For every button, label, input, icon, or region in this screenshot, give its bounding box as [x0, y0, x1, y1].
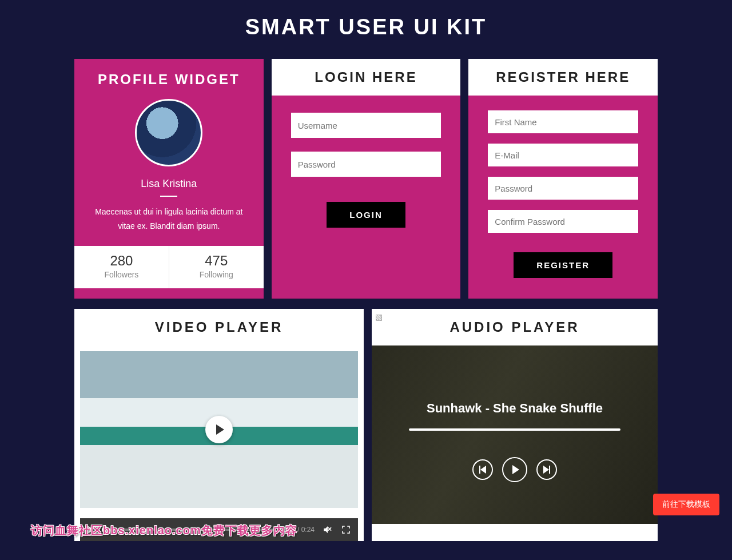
audio-header: AUDIO PLAYER — [372, 309, 658, 345]
register-button[interactable]: REGISTER — [514, 252, 612, 278]
profile-header: PROFILE WIDGET — [74, 59, 264, 93]
play-icon — [512, 465, 519, 474]
play-icon — [216, 424, 224, 435]
watermark-text: 访问血舞社区bbs.xienlao.com免费下载更多内容 — [31, 523, 297, 538]
profile-name: Lisa Kristina — [74, 178, 264, 190]
login-button[interactable]: LOGIN — [327, 202, 405, 228]
email-input[interactable] — [488, 144, 638, 166]
followers-label: Followers — [74, 270, 169, 279]
firstname-input[interactable] — [488, 110, 638, 133]
profile-stats: 280 Followers 475 Following — [74, 246, 264, 288]
audio-seek-slider[interactable] — [409, 428, 620, 431]
video-frame[interactable] — [80, 351, 358, 508]
video-duration: 0:24 — [301, 526, 315, 534]
register-widget: REGISTER HERE REGISTER — [468, 59, 658, 299]
audio-prev-button[interactable] — [472, 459, 493, 480]
mute-icon[interactable] — [323, 525, 333, 535]
download-template-button[interactable]: 前往下载模板 — [653, 494, 719, 515]
following-stat[interactable]: 475 Following — [169, 246, 264, 288]
page-title: SMART USER UI KIT — [0, 0, 732, 59]
following-count: 475 — [169, 253, 264, 269]
audio-play-button[interactable] — [502, 457, 527, 482]
register-header: REGISTER HERE — [468, 59, 658, 96]
profile-widget: PROFILE WIDGET Lisa Kristina Maecenas ut… — [74, 59, 264, 299]
audio-next-button[interactable] — [536, 459, 557, 480]
followers-count: 280 — [74, 253, 169, 269]
fullscreen-icon[interactable] — [341, 525, 351, 535]
password-input[interactable] — [291, 152, 441, 177]
skip-prev-icon — [479, 466, 486, 474]
following-label: Following — [169, 270, 264, 279]
login-header: LOGIN HERE — [272, 59, 461, 96]
track-title: Sunhawk - She Snake Shuffle — [427, 401, 603, 416]
login-widget: LOGIN HERE LOGIN — [272, 59, 461, 299]
broken-image-icon: ▧ — [375, 312, 383, 321]
audio-hero: Sunhawk - She Snake Shuffle — [372, 345, 658, 524]
followers-stat[interactable]: 280 Followers — [74, 246, 169, 288]
video-player-widget: VIDEO PLAYER 0:00 / 0:24 — [74, 309, 364, 541]
audio-player-widget: ▧ AUDIO PLAYER Sunhawk - She Snake Shuff… — [372, 309, 658, 541]
divider — [160, 196, 177, 197]
confirm-password-input[interactable] — [488, 210, 638, 233]
register-password-input[interactable] — [488, 177, 638, 200]
username-input[interactable] — [291, 113, 441, 138]
skip-next-icon — [543, 466, 550, 474]
profile-description: Maecenas ut dui in ligula lacinia dictum… — [74, 202, 264, 246]
audio-controls — [472, 457, 557, 482]
profile-avatar[interactable] — [135, 99, 202, 166]
video-play-overlay-button[interactable] — [205, 416, 233, 443]
video-header: VIDEO PLAYER — [74, 309, 364, 345]
